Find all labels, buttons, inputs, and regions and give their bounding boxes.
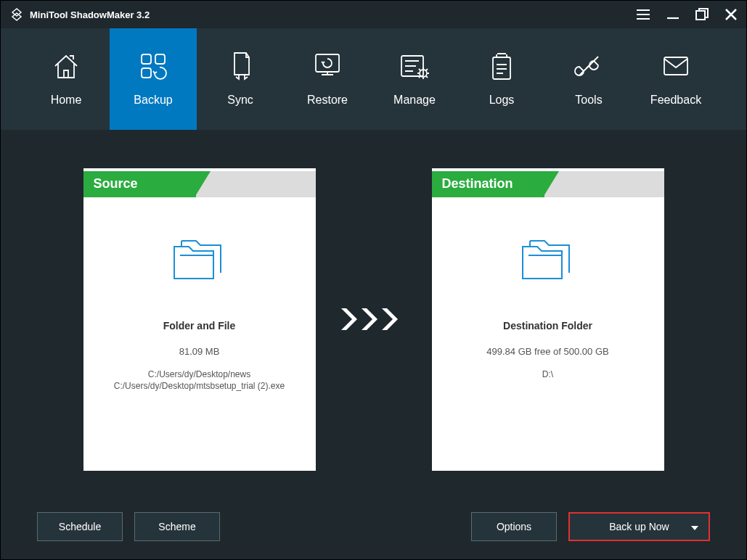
svg-rect-1 [142, 54, 151, 64]
nav-label: Restore [307, 94, 348, 107]
close-icon[interactable] [724, 8, 738, 21]
backup-now-label: Back up Now [609, 521, 669, 532]
nav-restore[interactable]: Restore [284, 28, 371, 130]
folder-icon [168, 234, 230, 291]
svg-rect-0 [696, 11, 705, 20]
nav-tools[interactable]: Tools [545, 28, 632, 130]
menu-icon[interactable] [636, 9, 650, 20]
folder-icon [517, 234, 579, 291]
source-size: 81.09 MB [179, 346, 220, 357]
titlebar: MiniTool ShadowMaker 3.2 [1, 1, 746, 28]
svg-rect-2 [155, 54, 165, 64]
schedule-button[interactable]: Schedule [37, 512, 123, 541]
svg-rect-4 [316, 54, 339, 72]
arrows-icon [338, 305, 410, 334]
nav-label: Sync [227, 94, 253, 107]
source-title: Folder and File [163, 320, 236, 332]
app-title: MiniTool ShadowMaker 3.2 [30, 9, 150, 20]
app-logo-icon [9, 7, 24, 22]
footer: Schedule Scheme Options Back up Now [1, 494, 746, 559]
nav-manage[interactable]: Manage [371, 28, 458, 130]
sync-icon [227, 52, 253, 81]
nav-sync[interactable]: Sync [197, 28, 284, 130]
scheme-button[interactable]: Scheme [134, 512, 220, 541]
restore-icon [311, 52, 343, 81]
destination-card[interactable]: Destination Destination Folder 499.84 GB… [432, 168, 664, 471]
source-card[interactable]: Source Folder and File 81.09 MB C:/Users… [83, 168, 316, 471]
feedback-icon [660, 52, 692, 81]
nav-feedback[interactable]: Feedback [632, 28, 719, 130]
source-path-2: C:/Users/dy/Desktop/mtsbsetup_trial (2).… [114, 380, 285, 392]
application-window: MiniTool ShadowMaker 3.2 Home [0, 0, 747, 560]
nav-label: Feedback [650, 94, 701, 107]
home-icon [51, 52, 81, 81]
nav-label: Backup [134, 94, 172, 107]
svg-rect-7 [493, 57, 510, 79]
destination-title: Destination Folder [503, 320, 592, 332]
content-area: Source Folder and File 81.09 MB C:/Users… [1, 130, 746, 494]
source-header: Source [83, 171, 196, 197]
svg-rect-8 [664, 57, 687, 75]
tools-icon [573, 52, 604, 81]
destination-header: Destination [432, 171, 544, 197]
caret-down-icon [691, 521, 698, 532]
manage-icon [399, 52, 430, 81]
options-button[interactable]: Options [471, 512, 557, 541]
logs-icon [487, 52, 516, 81]
source-path-1: C:/Users/dy/Desktop/news [114, 368, 285, 381]
destination-space: 499.84 GB free of 500.00 GB [486, 346, 608, 357]
main-nav: Home Backup Sync [1, 28, 746, 130]
nav-label: Tools [575, 94, 602, 107]
minimize-icon[interactable] [666, 9, 679, 20]
nav-label: Home [51, 94, 82, 107]
nav-home[interactable]: Home [23, 28, 110, 130]
nav-logs[interactable]: Logs [458, 28, 545, 130]
nav-label: Manage [393, 94, 436, 107]
svg-rect-3 [142, 68, 151, 78]
backup-icon [137, 52, 169, 81]
maximize-icon[interactable] [695, 8, 709, 21]
nav-backup[interactable]: Backup [110, 28, 197, 130]
backup-now-button[interactable]: Back up Now [568, 512, 710, 541]
destination-drive: D:\ [542, 368, 553, 381]
nav-label: Logs [489, 94, 515, 107]
